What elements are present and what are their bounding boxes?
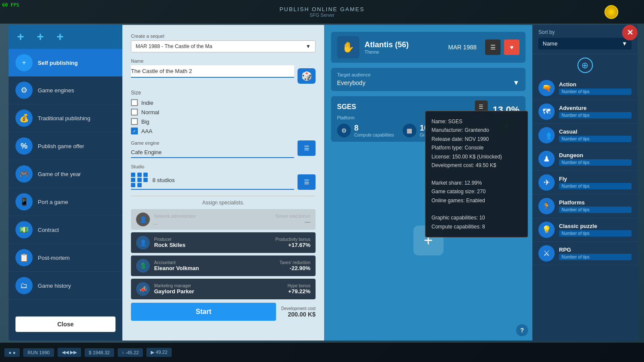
game-thumbnail: ✋ <box>337 36 359 58</box>
sidebar-item-game-history[interactable]: 🗂 Game history <box>9 272 122 300</box>
tooltip-market-share: Market share: 12.99% <box>431 179 522 187</box>
dungeon-tips: Number of tips <box>559 159 632 166</box>
adventure-icon: 🗺 <box>538 103 555 120</box>
sidebar-item-traditional-publishing[interactable]: 💰 Traditional publishing <box>9 104 122 132</box>
post-mortem-label: Post-mortem <box>38 255 70 261</box>
audience-row: Target audience Everybody ▼ <box>331 68 526 91</box>
sidebar-add-btn-2[interactable]: + <box>33 29 48 45</box>
compute-label: Compute capabilities <box>354 133 394 137</box>
genre-rpg[interactable]: ⚔ RPG Number of tips <box>532 242 638 265</box>
size-normal[interactable]: Normal <box>131 109 316 116</box>
stat-5: ↑ -45.22 <box>118 348 143 357</box>
sidebar-item-game-engines[interactable]: ⚙ Game engines <box>9 76 122 104</box>
sidebar-close-button[interactable]: Close <box>15 316 115 332</box>
modal-close-button[interactable]: ✕ <box>622 25 638 40</box>
sequel-dropdown-arrow: ▼ <box>306 43 311 49</box>
marketing-name: Gaylord Parker <box>154 288 283 295</box>
favorite-button[interactable]: ♥ <box>504 40 519 55</box>
genre-dungeon[interactable]: ♟ Dungeon Number of tips <box>532 147 638 171</box>
platforms-icon: 🏃 <box>538 198 555 214</box>
producer-row[interactable]: 👤 Producer Rock Skiles Productivity bonu… <box>131 232 316 253</box>
marketing-bonus: +79.22% <box>288 288 310 295</box>
marketing-role: Marketing manager <box>154 283 283 288</box>
studio-list-button[interactable]: ☰ <box>298 174 316 190</box>
action-name: Action <box>559 81 632 88</box>
audience-value: Everybody <box>337 79 365 86</box>
genre-list: 🔫 Action Number of tips 🗺 Adventure Numb… <box>532 76 638 341</box>
network-bonus-val: — <box>276 219 310 225</box>
accountant-bonus: -22.90% <box>279 265 310 271</box>
network-admin-row: 👤 Network administrator _ Server load bo… <box>131 209 316 230</box>
game-of-year-icon: 🎮 <box>15 165 33 183</box>
network-role: Network administrator <box>154 214 271 219</box>
compute-stat: ⚙ 8 Compute capabilities <box>337 124 394 137</box>
game-history-icon: 🗂 <box>15 277 33 294</box>
marketing-row[interactable]: 📣 Marketing manager Gaylord Parker Hype … <box>131 279 316 299</box>
fly-name: Fly <box>559 176 632 182</box>
size-indie[interactable]: Indie <box>131 99 316 106</box>
bottom-bar: ● ● RUN 1990 ◀◀ ▶▶ $ 1948.32 ↑ -45.22 ▶ … <box>0 343 644 362</box>
sidebar-item-port-game[interactable]: 📱 Port a game <box>9 188 122 216</box>
accountant-name: Eleanor Volkman <box>154 265 275 271</box>
normal-checkbox[interactable] <box>131 109 138 116</box>
publish-game-offer-label: Publish game offer <box>38 143 84 149</box>
accountant-row[interactable]: 💲 Accountant Eleanor Volkman Taxes' redu… <box>131 256 316 276</box>
sort-dropdown[interactable]: Name ▼ <box>538 38 632 49</box>
fly-icon: ✈ <box>538 174 555 191</box>
dev-cost-value: 200.00 K$ <box>281 311 316 318</box>
producer-name: Rock Skiles <box>154 242 271 248</box>
stat-2: RUN 1990 <box>23 348 54 357</box>
genre-action[interactable]: 🔫 Action Number of tips <box>532 76 638 100</box>
dice-button[interactable]: 🎲 <box>298 68 316 84</box>
size-aaa[interactable]: ✓ AAA <box>131 128 316 134</box>
accountant-role: Accountant <box>154 260 275 265</box>
game-history-label: Game history <box>38 283 71 289</box>
producer-bonus-label: Productivity bonus <box>275 237 310 242</box>
start-button[interactable]: Start <box>131 303 276 321</box>
sort-arrow: ▼ <box>622 40 627 47</box>
engine-list-button[interactable]: ☰ <box>298 140 316 156</box>
add-genre-button[interactable]: ⊕ <box>577 58 593 73</box>
genre-classic-puzzle[interactable]: 💡 Classic puzzle Number of tips <box>532 218 638 242</box>
size-big[interactable]: Big <box>131 118 316 125</box>
indie-checkbox[interactable] <box>131 99 138 106</box>
platform-name: SGES <box>337 103 356 111</box>
big-label: Big <box>141 119 149 125</box>
tooltip-graphic-cap: Graphic capabilities: 10 <box>431 213 522 222</box>
studio-value: 8 studios <box>152 177 175 183</box>
casual-tips: Number of tips <box>559 136 632 142</box>
tooltip-license: License: 150.00 K$ (Unlocked) <box>431 152 522 161</box>
genre-adventure[interactable]: 🗺 Adventure Number of tips <box>532 100 638 124</box>
help-button[interactable]: ? <box>516 324 528 336</box>
name-input[interactable]: The Castle of the Math 2 <box>131 65 294 78</box>
sidebar-item-contract[interactable]: 💵 Contract <box>9 216 122 244</box>
sidebar-item-post-mortem[interactable]: 📋 Post-mortem <box>9 244 122 272</box>
sidebar-add-btn-3[interactable]: + <box>52 29 68 45</box>
sidebar-item-game-of-year[interactable]: 🎮 Game of the year <box>9 160 122 188</box>
modal-container: ✕ + + + + Self publishing ⚙ Game e <box>9 25 638 341</box>
aaa-checkbox[interactable]: ✓ <box>131 128 138 134</box>
big-checkbox[interactable] <box>131 118 138 125</box>
audience-dropdown-button[interactable]: ▼ <box>513 79 519 87</box>
menu-button[interactable]: ☰ <box>485 40 501 55</box>
port-game-icon: 📱 <box>15 193 33 210</box>
producer-icon: 👤 <box>136 236 150 249</box>
tooltip-release-date: Release date: NOV 1990 <box>431 135 522 143</box>
genre-platforms[interactable]: 🏃 Platforms Number of tips <box>532 195 638 218</box>
sidebar-add-btn-1[interactable]: + <box>13 29 28 45</box>
game-title: Atlantis (56) <box>365 40 443 49</box>
server-subtitle: SFG Server <box>279 12 365 18</box>
network-bonus-label: Server load bonus <box>276 214 310 219</box>
tooltip-compute-cap: Compute capabilities: 8 <box>431 222 522 231</box>
sequel-dropdown[interactable]: MAR 1988 - The Castle of the Ma ▼ <box>131 40 316 52</box>
genre-casual[interactable]: 👥 Casual Number of tips <box>532 124 638 147</box>
sidebar-item-self-publishing[interactable]: + Self publishing <box>9 49 122 76</box>
genre-fly[interactable]: ✈ Fly Number of tips <box>532 171 638 195</box>
sidebar-item-publish-game-offer[interactable]: % Publish game offer <box>9 132 122 160</box>
tooltip-online-games: Online games: Enabled <box>431 196 522 205</box>
sequel-value: MAR 1988 - The Castle of the Ma <box>136 43 213 49</box>
tooltip-platform-type: Platform type: Console <box>431 143 522 152</box>
classic-puzzle-icon: 💡 <box>538 222 555 238</box>
accountant-icon: 💲 <box>136 259 150 273</box>
rpg-tips: Number of tips <box>559 254 632 260</box>
